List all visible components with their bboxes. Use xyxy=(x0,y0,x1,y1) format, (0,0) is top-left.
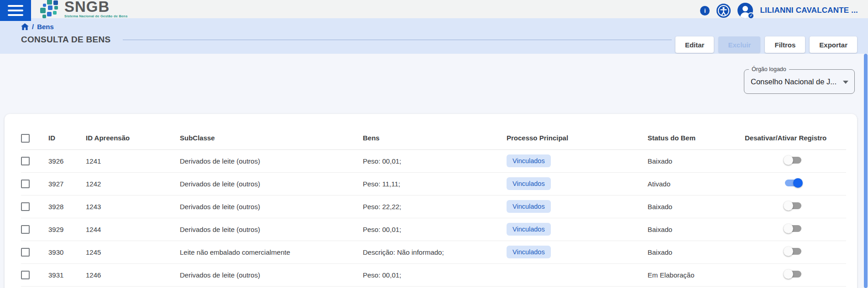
top-bar: SNGB Sistema Nacional de Gestão de Bens … xyxy=(0,0,868,18)
cell-status: Baixado xyxy=(648,241,745,263)
breadcrumb-item-bens[interactable]: Bens xyxy=(37,23,54,31)
row-checkbox[interactable] xyxy=(21,271,30,279)
vinculados-chip[interactable]: Vinculados xyxy=(507,246,551,258)
cell-bens: Peso: 00,01; xyxy=(363,149,507,172)
toggle-switch[interactable] xyxy=(785,157,801,164)
column-header-status-do-bem: Status do Bem xyxy=(648,114,745,149)
page-header-band: / Bens CONSULTA DE BENS Editar Excluir F… xyxy=(0,18,868,54)
cell-id-apreensao: 1246 xyxy=(86,263,180,286)
cell-bens: Peso: 11,11; xyxy=(363,172,507,195)
table-row: 3929 1244 Derivados de leite (outros) Pe… xyxy=(21,218,846,241)
home-icon[interactable] xyxy=(21,23,29,30)
sngb-logo-mark xyxy=(40,0,61,18)
cell-subclasse: Derivados de leite (outros) xyxy=(180,172,363,195)
sngb-logo[interactable]: SNGB Sistema Nacional de Gestão de Bens xyxy=(40,0,128,18)
cell-status: Baixado xyxy=(648,149,745,172)
cell-bens: Peso: 00,01; xyxy=(363,218,507,241)
user-check-icon[interactable]: ✓ xyxy=(737,3,753,18)
column-header-desativar-ativar: Desativar/Ativar Registro xyxy=(745,114,846,149)
row-checkbox[interactable] xyxy=(21,225,30,234)
filtros-button[interactable]: Filtros xyxy=(765,36,805,53)
orgao-logado-select[interactable]: Órgão logado Conselho Nacional de J... xyxy=(744,69,855,94)
logo-text: SNGB Sistema Nacional de Gestão de Bens xyxy=(64,0,128,18)
row-checkbox[interactable] xyxy=(21,202,30,211)
cell-status: Em Elaboração xyxy=(648,263,745,286)
cell-status: Ativado xyxy=(648,172,745,195)
cell-id: 3929 xyxy=(48,218,86,241)
cell-bens: Peso: 00,01; xyxy=(363,263,507,286)
column-header-id: ID xyxy=(48,114,86,149)
cell-subclasse: Derivados de leite (outros) xyxy=(180,218,363,241)
column-header-processo-principal: Processo Principal xyxy=(507,114,648,149)
user-name[interactable]: LILIANNI CAVALCANTE ... xyxy=(760,6,858,15)
cell-id-apreensao: 1245 xyxy=(86,241,180,263)
cell-id: 3927 xyxy=(48,172,86,195)
toggle-switch[interactable] xyxy=(785,202,801,209)
toggle-switch[interactable] xyxy=(785,271,801,278)
cell-id-apreensao: 1242 xyxy=(86,172,180,195)
cell-id: 3930 xyxy=(48,241,86,263)
cell-subclasse: Leite não embalado comercialmente xyxy=(180,241,363,263)
breadcrumb: / Bens xyxy=(21,23,868,31)
chevron-down-icon xyxy=(843,81,848,84)
table-header-row: ID ID Apreensão SubClasse Bens Processo … xyxy=(21,114,846,149)
breadcrumb-separator: / xyxy=(32,23,34,31)
row-checkbox[interactable] xyxy=(21,180,30,188)
toggle-switch[interactable] xyxy=(785,225,801,232)
excluir-button[interactable]: Excluir xyxy=(718,36,760,53)
row-checkbox[interactable] xyxy=(21,248,30,257)
exportar-button[interactable]: Exportar xyxy=(810,36,857,53)
column-header-id-apreensao: ID Apreensão xyxy=(86,114,180,149)
column-header-bens: Bens xyxy=(363,114,507,149)
orgao-logado-value: Conselho Nacional de J... xyxy=(751,77,838,86)
editar-button[interactable]: Editar xyxy=(675,36,714,53)
cell-bens: Descrição: Não informado; xyxy=(363,241,507,263)
title-divider xyxy=(123,40,672,40)
vertical-scrollbar[interactable] xyxy=(864,54,868,288)
table-row: 3927 1242 Derivados de leite (outros) Pe… xyxy=(21,172,846,195)
vinculados-chip[interactable]: Vinculados xyxy=(507,223,551,236)
vinculados-chip[interactable]: Vinculados xyxy=(507,154,551,167)
cell-bens: Peso: 22,22; xyxy=(363,195,507,218)
vinculados-chip[interactable]: Vinculados xyxy=(507,200,551,213)
results-card: ID ID Apreensão SubClasse Bens Processo … xyxy=(5,114,857,288)
content-area: Órgão logado Conselho Nacional de J... I… xyxy=(0,54,868,288)
cell-subclasse: Derivados de leite (outros) xyxy=(180,263,363,286)
table-row: 3928 1243 Derivados de leite (outros) Pe… xyxy=(21,195,846,218)
toggle-switch[interactable] xyxy=(785,180,801,186)
cell-id: 3926 xyxy=(48,149,86,172)
cell-status: Baixado xyxy=(648,195,745,218)
bens-table: ID ID Apreensão SubClasse Bens Processo … xyxy=(21,114,846,287)
toolbar: Editar Excluir Filtros Exportar xyxy=(675,36,857,53)
page-title: CONSULTA DE BENS xyxy=(21,35,111,45)
accessibility-icon[interactable] xyxy=(716,4,731,18)
logo-subtitle: Sistema Nacional de Gestão de Bens xyxy=(64,14,128,18)
vinculados-chip[interactable]: Vinculados xyxy=(507,177,551,190)
table-row: 3931 1246 Derivados de leite (outros) Pe… xyxy=(21,263,846,286)
cell-id: 3931 xyxy=(48,263,86,286)
cell-subclasse: Derivados de leite (outros) xyxy=(180,149,363,172)
cell-id-apreensao: 1244 xyxy=(86,218,180,241)
info-icon[interactable]: i xyxy=(700,6,710,15)
select-all-checkbox[interactable] xyxy=(21,134,30,143)
hamburger-menu-button[interactable] xyxy=(0,0,31,21)
table-row: 3930 1245 Leite não embalado comercialme… xyxy=(21,241,846,263)
cell-status: Baixado xyxy=(648,218,745,241)
column-header-subclasse: SubClasse xyxy=(180,114,363,149)
cell-id: 3928 xyxy=(48,195,86,218)
cell-subclasse: Derivados de leite (outros) xyxy=(180,195,363,218)
cell-id-apreensao: 1241 xyxy=(86,149,180,172)
logo-title: SNGB xyxy=(64,0,128,14)
cell-id-apreensao: 1243 xyxy=(86,195,180,218)
table-row: 3926 1241 Derivados de leite (outros) Pe… xyxy=(21,149,846,172)
orgao-logado-label: Órgão logado xyxy=(749,66,789,72)
toggle-switch[interactable] xyxy=(785,248,801,255)
row-checkbox[interactable] xyxy=(21,157,30,165)
